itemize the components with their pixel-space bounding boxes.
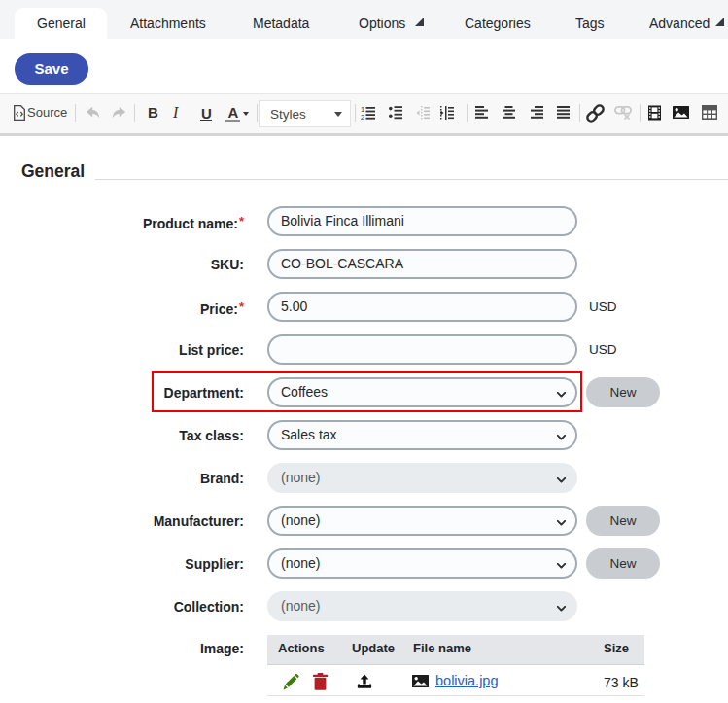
svg-text:2: 2 [361,112,364,120]
